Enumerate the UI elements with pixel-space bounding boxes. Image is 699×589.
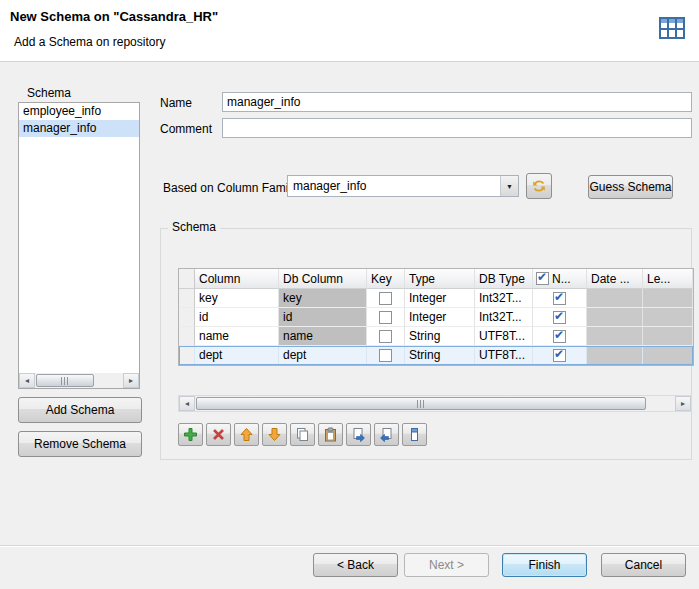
scrollbar-thumb[interactable]: [36, 374, 94, 387]
chevron-down-icon[interactable]: ▼: [500, 176, 518, 196]
header-date-pattern[interactable]: Date ...: [587, 269, 643, 289]
move-up-button[interactable]: [234, 423, 259, 446]
cell-db-type[interactable]: UTF8T...: [475, 346, 533, 365]
column-icon: [407, 427, 422, 442]
row-header[interactable]: [179, 289, 195, 308]
cell-type[interactable]: String: [405, 327, 475, 346]
schema-list[interactable]: employee_info manager_info ◂ ▸: [18, 102, 140, 389]
schema-group-label: Schema: [168, 220, 220, 234]
delete-x-icon: [211, 427, 226, 442]
cell-db-type[interactable]: Int32T...: [475, 289, 533, 308]
list-item-manager-info[interactable]: manager_info: [19, 120, 139, 137]
cell-nullable[interactable]: [533, 327, 587, 346]
wizard-title: New Schema on "Cassandra_HR": [10, 9, 218, 24]
move-down-button[interactable]: [262, 423, 287, 446]
row-header[interactable]: [179, 327, 195, 346]
cell-length: [643, 346, 693, 365]
cell-type[interactable]: String: [405, 346, 475, 365]
row-header[interactable]: [179, 346, 195, 365]
cell-column[interactable]: name: [195, 327, 279, 346]
add-row-button[interactable]: [178, 423, 203, 446]
header-db-column[interactable]: Db Column: [279, 269, 367, 289]
paste-button[interactable]: [318, 423, 343, 446]
table-horizontal-scrollbar[interactable]: ◂ ▸: [178, 395, 692, 412]
add-schema-button[interactable]: Add Schema: [18, 397, 142, 423]
scroll-right-icon[interactable]: ▸: [675, 396, 691, 411]
cell-nullable[interactable]: [533, 289, 587, 308]
cell-db-type[interactable]: UTF8T...: [475, 327, 533, 346]
cell-key[interactable]: [367, 327, 405, 346]
key-checkbox[interactable]: [379, 311, 392, 324]
cell-db-type[interactable]: Int32T...: [475, 308, 533, 327]
export-button[interactable]: [346, 423, 371, 446]
reset-db-types-button[interactable]: [402, 423, 427, 446]
cell-key[interactable]: [367, 289, 405, 308]
header-nullable-label: N...: [552, 272, 571, 286]
schema-toolbar: [178, 423, 427, 446]
comment-input[interactable]: [222, 118, 692, 138]
scroll-left-icon[interactable]: ◂: [19, 373, 35, 388]
wizard-subtitle: Add a Schema on repository: [14, 35, 165, 49]
back-button[interactable]: < Back: [313, 553, 398, 577]
table-row[interactable]: dept dept String UTF8T...: [179, 346, 693, 365]
header-key[interactable]: Key: [367, 269, 405, 289]
import-button[interactable]: [374, 423, 399, 446]
scroll-right-icon[interactable]: ▸: [123, 373, 139, 388]
nullable-checkbox[interactable]: [553, 292, 566, 305]
cell-db-column[interactable]: key: [279, 289, 367, 308]
finish-button[interactable]: Finish: [502, 553, 587, 577]
name-label: Name: [160, 96, 192, 110]
list-horizontal-scrollbar[interactable]: ◂ ▸: [19, 373, 139, 388]
cell-db-column[interactable]: dept: [279, 346, 367, 365]
cell-db-column[interactable]: id: [279, 308, 367, 327]
name-input[interactable]: [222, 92, 692, 112]
plus-icon: [183, 427, 198, 442]
scrollbar-thumb[interactable]: [196, 397, 646, 410]
list-item-employee-info[interactable]: employee_info: [19, 103, 139, 120]
table-header-row: Column Db Column Key Type DB Type N... D…: [179, 269, 693, 289]
key-checkbox[interactable]: [379, 292, 392, 305]
cell-key[interactable]: [367, 346, 405, 365]
arrow-down-icon: [267, 427, 282, 442]
remove-row-button[interactable]: [206, 423, 231, 446]
row-header[interactable]: [179, 308, 195, 327]
schema-table: Column Db Column Key Type DB Type N... D…: [178, 268, 694, 366]
column-family-combobox[interactable]: manager_info ▼: [287, 175, 519, 197]
header-nullable[interactable]: N...: [533, 269, 587, 289]
nullable-checkbox[interactable]: [553, 311, 566, 324]
cell-date-pattern: [587, 289, 643, 308]
cell-length: [643, 327, 693, 346]
header-type[interactable]: Type: [405, 269, 475, 289]
table-row[interactable]: id id Integer Int32T...: [179, 308, 693, 327]
nullable-checkbox[interactable]: [553, 349, 566, 362]
cancel-button[interactable]: Cancel: [601, 553, 686, 577]
select-all-nullable-checkbox[interactable]: [536, 272, 549, 285]
cell-column[interactable]: id: [195, 308, 279, 327]
cell-column[interactable]: key: [195, 289, 279, 308]
cell-db-column[interactable]: name: [279, 327, 367, 346]
table-row[interactable]: key key Integer Int32T...: [179, 289, 693, 308]
copy-icon: [295, 427, 310, 442]
cell-nullable[interactable]: [533, 308, 587, 327]
cell-column[interactable]: dept: [195, 346, 279, 365]
guess-schema-button[interactable]: Guess Schema: [588, 175, 673, 199]
nullable-checkbox[interactable]: [553, 330, 566, 343]
cell-nullable[interactable]: [533, 346, 587, 365]
cell-type[interactable]: Integer: [405, 289, 475, 308]
remove-schema-button[interactable]: Remove Schema: [18, 431, 142, 457]
scroll-left-icon[interactable]: ◂: [179, 396, 195, 411]
import-icon: [379, 427, 394, 442]
header-column[interactable]: Column: [195, 269, 279, 289]
paste-icon: [323, 427, 338, 442]
next-button[interactable]: Next >: [404, 553, 489, 577]
header-length[interactable]: Le...: [643, 269, 693, 289]
cell-type[interactable]: Integer: [405, 308, 475, 327]
refresh-column-family-button[interactable]: [526, 173, 552, 199]
table-row[interactable]: name name String UTF8T...: [179, 327, 693, 346]
header-db-type[interactable]: DB Type: [475, 269, 533, 289]
schema-table-icon: [657, 13, 687, 43]
copy-button[interactable]: [290, 423, 315, 446]
key-checkbox[interactable]: [379, 330, 392, 343]
cell-key[interactable]: [367, 308, 405, 327]
key-checkbox[interactable]: [379, 349, 392, 362]
